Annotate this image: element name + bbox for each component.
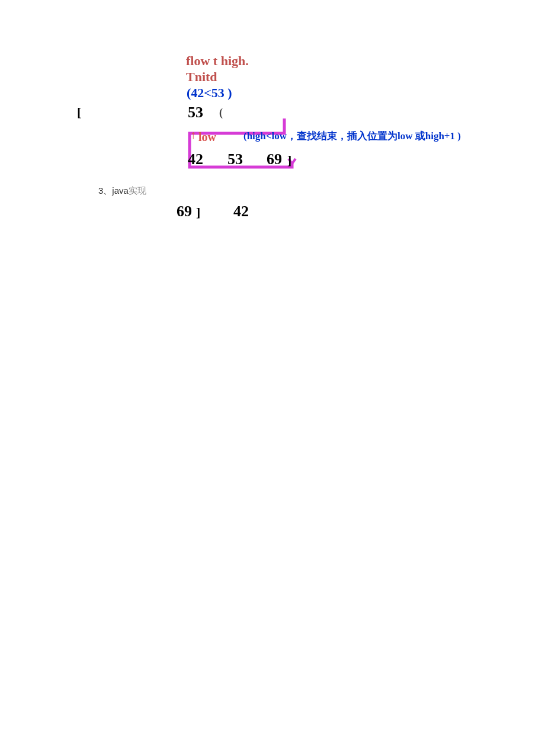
up-arrow-icon: ↑ (190, 128, 196, 142)
value-69-bottom: 69 (177, 203, 192, 220)
value-69: 69 (267, 150, 282, 168)
value-53-bottom: 53 (227, 150, 243, 168)
bracket-right: ] (287, 153, 291, 168)
flow-arrow-icon (185, 118, 304, 172)
paren-top: ( (219, 107, 223, 119)
value-53-top: 53 (188, 104, 203, 121)
value-42-bottom: 42 (233, 203, 249, 220)
bracket-left: [ (77, 105, 81, 120)
condition-text: (42<53 ) (187, 85, 232, 101)
value-42: 42 (188, 150, 203, 168)
section-prefix: 3、java (98, 185, 129, 196)
section-heading: 3、java实现 (98, 185, 146, 197)
section-suffix: 实现 (129, 185, 146, 196)
title-line-1: flow t high. (186, 53, 249, 69)
high-low-note: (high<low，查找结束，插入位置为low 或high+1 ) (243, 129, 461, 143)
bracket-bottom: ] (196, 205, 200, 220)
title-line-2: Tnitd (186, 69, 217, 85)
low-pointer-label: low (198, 130, 216, 144)
